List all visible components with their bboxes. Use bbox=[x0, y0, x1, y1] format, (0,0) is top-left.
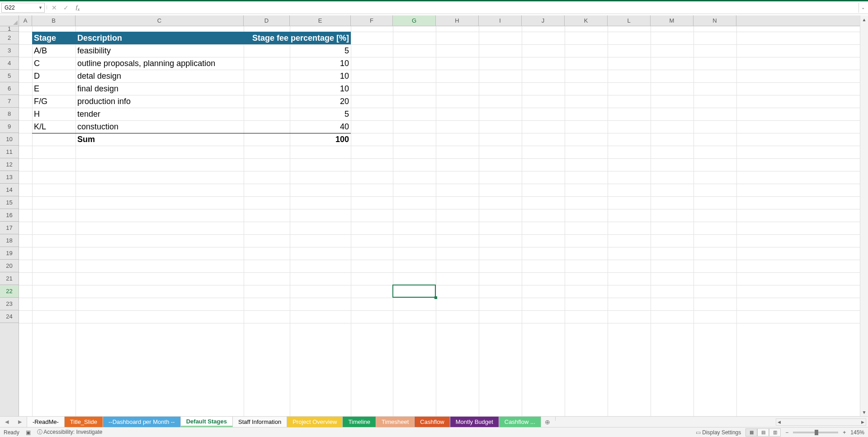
zoom-out-button[interactable]: − bbox=[785, 429, 788, 436]
cell-description[interactable]: production info bbox=[75, 95, 244, 108]
column-header[interactable]: J bbox=[522, 15, 565, 26]
sheet-tab[interactable]: Cashflow bbox=[415, 417, 450, 427]
cell-fee[interactable]: 10 bbox=[290, 57, 351, 70]
cell-stage[interactable]: D bbox=[32, 70, 75, 82]
cell-stage[interactable]: K/L bbox=[32, 120, 75, 133]
row-header[interactable]: 17 bbox=[0, 222, 19, 234]
row-header[interactable]: 8 bbox=[0, 108, 19, 120]
cell-fee[interactable]: 20 bbox=[290, 95, 351, 108]
row-header[interactable]: 13 bbox=[0, 171, 19, 184]
column-header[interactable]: D bbox=[244, 15, 290, 26]
scroll-left-icon[interactable]: ◀ bbox=[776, 420, 782, 424]
fill-handle[interactable] bbox=[434, 296, 437, 299]
cell-sum-value[interactable]: 100 bbox=[290, 133, 351, 146]
row-header[interactable]: 4 bbox=[0, 57, 19, 70]
row-header[interactable]: 6 bbox=[0, 82, 19, 95]
row-header[interactable]: 16 bbox=[0, 209, 19, 222]
column-header[interactable]: M bbox=[651, 15, 693, 26]
row-header[interactable]: 12 bbox=[0, 158, 19, 171]
tab-prev-icon[interactable]: ◀ bbox=[5, 419, 9, 425]
sheet-tab[interactable]: Staff Information bbox=[233, 417, 287, 427]
row-header[interactable]: 5 bbox=[0, 70, 19, 82]
fx-icon[interactable]: fx bbox=[72, 3, 84, 13]
header-stage[interactable]: Stage bbox=[32, 32, 75, 44]
sheet-tab[interactable]: Title_Slide bbox=[65, 417, 103, 427]
column-header[interactable]: G bbox=[393, 15, 436, 26]
row-header[interactable]: 10 bbox=[0, 133, 19, 146]
row-header[interactable]: 7 bbox=[0, 95, 19, 108]
vertical-scrollbar[interactable]: ▲ ▼ bbox=[860, 15, 868, 416]
column-header[interactable]: N bbox=[693, 15, 736, 26]
row-header[interactable]: 20 bbox=[0, 260, 19, 272]
selected-cell[interactable] bbox=[392, 285, 436, 298]
sheet-tab[interactable]: Timesheet bbox=[376, 417, 415, 427]
sheet-tab[interactable]: Timeline bbox=[343, 417, 376, 427]
column-header[interactable]: L bbox=[608, 15, 651, 26]
row-header[interactable]: 23 bbox=[0, 298, 19, 310]
cell-description[interactable]: constuction bbox=[75, 120, 244, 133]
column-header[interactable]: A bbox=[19, 15, 32, 26]
header-fee[interactable]: Stage fee percentage [%] bbox=[244, 32, 351, 44]
sheet-tab[interactable]: Project Overview bbox=[287, 417, 343, 427]
row-header[interactable]: 1 bbox=[0, 26, 19, 32]
sheet-tab[interactable]: Cashflow ... bbox=[499, 417, 541, 427]
sheet-tab[interactable]: Default Stages bbox=[181, 417, 233, 427]
display-settings-button[interactable]: ▭ Display Settings bbox=[696, 429, 741, 436]
sheet-tab[interactable]: -ReadMe- bbox=[27, 417, 65, 427]
row-header[interactable]: 11 bbox=[0, 146, 19, 158]
sheet-tab[interactable]: --Dashboard per Month -- bbox=[103, 417, 181, 427]
row-header[interactable]: 22 bbox=[0, 285, 19, 298]
cell-stage[interactable]: C bbox=[32, 57, 75, 70]
select-all-button[interactable] bbox=[0, 15, 19, 26]
row-header[interactable]: 15 bbox=[0, 196, 19, 209]
chevron-down-icon[interactable]: ▼ bbox=[38, 5, 42, 10]
accessibility-status[interactable]: ⓘ Accessibility: Investigate bbox=[37, 428, 103, 436]
scroll-right-icon[interactable]: ▶ bbox=[860, 420, 866, 424]
cells-area[interactable]: StageDescriptionStage fee percentage [%]… bbox=[19, 26, 860, 416]
row-header[interactable]: 14 bbox=[0, 184, 19, 196]
macro-record-icon[interactable]: ▣ bbox=[26, 429, 31, 436]
row-header[interactable]: 21 bbox=[0, 272, 19, 285]
row-header[interactable]: 18 bbox=[0, 234, 19, 247]
cell-fee[interactable]: 10 bbox=[290, 70, 351, 82]
cell-stage[interactable]: H bbox=[32, 108, 75, 120]
row-header[interactable]: 24 bbox=[0, 310, 19, 323]
zoom-level[interactable]: 145% bbox=[850, 429, 864, 436]
formula-input[interactable] bbox=[84, 3, 859, 13]
cell-stage[interactable]: A/B bbox=[32, 44, 75, 57]
normal-view-button[interactable]: ▦ bbox=[745, 428, 757, 437]
row-header[interactable]: 19 bbox=[0, 247, 19, 260]
cell-description[interactable]: detal design bbox=[75, 70, 244, 82]
cell-description[interactable]: outline proposals, planning application bbox=[75, 57, 244, 70]
column-header[interactable]: K bbox=[565, 15, 608, 26]
row-header[interactable]: 2 bbox=[0, 32, 19, 44]
cell-sum-label[interactable]: Sum bbox=[75, 133, 244, 146]
confirm-formula-button[interactable]: ✓ bbox=[60, 3, 72, 13]
cell-fee[interactable]: 40 bbox=[290, 120, 351, 133]
cell-description[interactable]: final design bbox=[75, 82, 244, 95]
scroll-up-icon[interactable]: ▲ bbox=[860, 15, 868, 24]
cell-stage[interactable]: F/G bbox=[32, 95, 75, 108]
row-header[interactable]: 9 bbox=[0, 120, 19, 133]
cell-description[interactable]: tender bbox=[75, 108, 244, 120]
add-sheet-button[interactable]: ⊕ bbox=[541, 417, 554, 427]
column-header[interactable]: I bbox=[479, 15, 522, 26]
cell-fee[interactable]: 10 bbox=[290, 82, 351, 95]
row-header[interactable]: 3 bbox=[0, 44, 19, 57]
cancel-formula-button[interactable]: ✕ bbox=[48, 3, 60, 13]
horizontal-scrollbar[interactable]: ◀ ▶ bbox=[776, 418, 866, 426]
header-description[interactable]: Description bbox=[75, 32, 244, 44]
name-box[interactable]: G22 ▼ bbox=[1, 3, 45, 13]
sheet-tab[interactable]: Montly Budget bbox=[450, 417, 499, 427]
zoom-slider[interactable] bbox=[793, 432, 838, 433]
tab-next-icon[interactable]: ▶ bbox=[18, 419, 22, 425]
cell-fee[interactable]: 5 bbox=[290, 108, 351, 120]
cell-stage[interactable]: E bbox=[32, 82, 75, 95]
column-header[interactable]: B bbox=[32, 15, 75, 26]
page-layout-view-button[interactable]: ▤ bbox=[757, 428, 769, 437]
page-break-view-button[interactable]: ▥ bbox=[769, 428, 781, 437]
column-header[interactable]: C bbox=[75, 15, 244, 26]
column-header[interactable]: F bbox=[351, 15, 393, 26]
column-header[interactable]: H bbox=[436, 15, 479, 26]
cell-description[interactable]: feasibility bbox=[75, 44, 244, 57]
